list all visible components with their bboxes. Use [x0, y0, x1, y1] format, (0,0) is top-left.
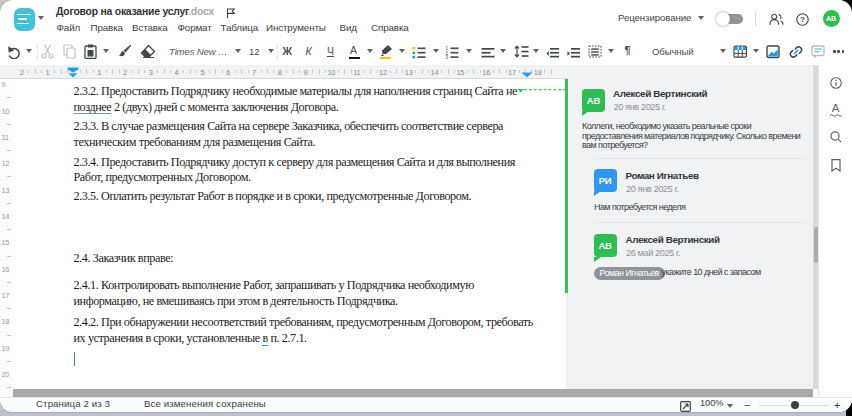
svg-text:?: ?	[800, 15, 805, 24]
svg-text:А: А	[832, 102, 840, 114]
svg-text:3: 3	[446, 55, 449, 59]
